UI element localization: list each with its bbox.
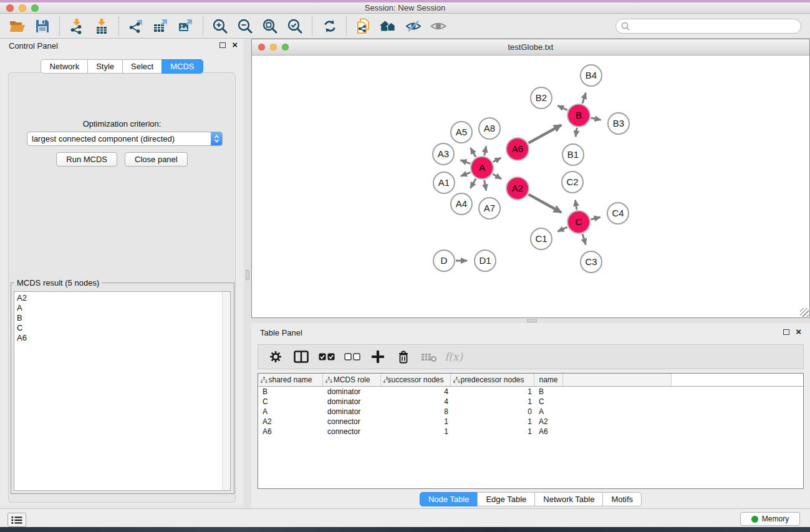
network-window-titlebar[interactable]: testGlobe.txt [252, 39, 809, 56]
optimization-criterion-dropdown[interactable]: largest connected component (directed) [27, 132, 223, 146]
export-table-button[interactable] [148, 15, 173, 37]
table-row-a6[interactable]: A6connector11A6 [258, 427, 803, 437]
zoom-selected-button[interactable] [282, 15, 307, 37]
edge-C-C4[interactable] [591, 217, 600, 219]
edge-A-A5[interactable] [471, 148, 476, 157]
function-builder-button[interactable]: f(x) [445, 347, 463, 367]
edge-B-B3[interactable] [591, 118, 601, 120]
run-mcds-button[interactable]: Run MCDS [56, 152, 117, 167]
graph-node-A[interactable]: A [470, 156, 494, 180]
graph-node-B1[interactable]: B1 [562, 143, 584, 166]
tab-mcds[interactable]: MCDS [162, 59, 203, 74]
horizontal-splitter[interactable] [251, 318, 810, 323]
tab-node-table[interactable]: Node Table [420, 492, 478, 506]
table-settings-button[interactable] [266, 347, 286, 367]
edge-A-A1[interactable] [461, 172, 470, 176]
column-header-name[interactable]: name [534, 374, 563, 386]
search-input[interactable] [633, 22, 796, 31]
table-row-b[interactable]: Bdominator41B [258, 387, 803, 397]
mcds-result-item-b[interactable]: B [14, 313, 230, 323]
tab-style[interactable]: Style [87, 59, 123, 74]
tab-motifs[interactable]: Motifs [602, 492, 642, 506]
float-panel-icon[interactable] [783, 329, 789, 335]
refresh-network-button[interactable] [317, 15, 342, 37]
tab-network[interactable]: Network [41, 59, 88, 74]
tab-edge-table[interactable]: Edge Table [477, 492, 535, 506]
graph-node-B2[interactable]: B2 [530, 87, 552, 109]
edge-A-A6[interactable] [493, 158, 501, 162]
table-row-a[interactable]: Adominator80A [258, 407, 803, 417]
network-canvas[interactable]: B4B2BB3A8A5A6A3B1AC2A1A2A4A7C4CC1C3DD1 [252, 56, 809, 317]
edge-A2-C[interactable] [529, 195, 561, 213]
graph-node-B[interactable]: B [567, 104, 591, 127]
graph-node-C2[interactable]: C2 [561, 171, 584, 193]
show-column-button[interactable] [291, 347, 311, 367]
edge-C-C2[interactable] [575, 200, 576, 210]
save-session-button[interactable] [30, 15, 55, 37]
graph-node-A1[interactable]: A1 [433, 172, 455, 194]
graph-node-A5[interactable]: A5 [450, 121, 473, 143]
tab-select[interactable]: Select [122, 59, 162, 74]
close-panel-button[interactable]: Close panel [125, 152, 188, 167]
edge-B-B1[interactable] [576, 128, 577, 137]
import-table-button[interactable] [89, 15, 114, 37]
memory-button[interactable]: Memory [740, 512, 800, 526]
close-panel-icon[interactable]: × [796, 329, 801, 335]
select-all-button[interactable] [317, 347, 337, 367]
graph-node-D1[interactable]: D1 [474, 249, 496, 272]
float-panel-icon[interactable] [219, 42, 226, 48]
graph-node-A2[interactable]: A2 [506, 177, 529, 200]
column-header-successor-nodes[interactable]: successor nodes [381, 374, 451, 386]
app-titlebar[interactable]: Session: New Session [0, 2, 810, 14]
table-row-a2[interactable]: A2connector11A2 [258, 417, 803, 427]
graph-node-A8[interactable]: A8 [478, 117, 501, 140]
edge-A-A8[interactable] [485, 146, 486, 155]
window-resize-grip[interactable] [800, 308, 809, 317]
graph-node-C3[interactable]: C3 [580, 251, 602, 273]
copy-network-button[interactable] [351, 15, 376, 37]
export-image-button[interactable] [173, 15, 198, 37]
vertical-splitter[interactable] [244, 39, 251, 508]
table-row-c[interactable]: Cdominator41C [258, 397, 803, 407]
import-network-button[interactable] [64, 15, 89, 37]
task-history-button[interactable] [7, 513, 26, 527]
close-panel-icon[interactable]: × [232, 42, 238, 48]
edge-A6-B[interactable] [529, 125, 561, 143]
graph-node-B4[interactable]: B4 [580, 64, 602, 87]
graph-node-A3[interactable]: A3 [432, 143, 455, 165]
deselect-all-button[interactable] [342, 347, 362, 367]
home-button[interactable] [376, 15, 401, 37]
show-panels-button[interactable] [426, 15, 451, 37]
edge-C-C3[interactable] [582, 234, 586, 244]
column-header-shared-name[interactable]: shared name [258, 374, 323, 386]
mcds-result-item-a6[interactable]: A6 [14, 333, 230, 343]
graph-node-A4[interactable]: A4 [450, 193, 473, 215]
open-session-button[interactable] [5, 15, 30, 37]
add-row-button[interactable] [368, 347, 388, 367]
mcds-result-item-a[interactable]: A [14, 303, 230, 313]
delete-row-button[interactable] [393, 347, 413, 367]
splitter-handle[interactable] [527, 319, 537, 322]
mcds-result-item-a2[interactable]: A2 [14, 292, 230, 303]
scrollbar-track[interactable] [222, 292, 230, 490]
edge-A-A4[interactable] [470, 178, 476, 188]
zoom-in-button[interactable] [208, 15, 233, 37]
graph-node-C1[interactable]: C1 [530, 228, 552, 250]
graph-node-D[interactable]: D [433, 249, 455, 272]
graph-node-B3[interactable]: B3 [607, 112, 630, 135]
graph-node-C4[interactable]: C4 [607, 202, 629, 225]
edge-B-B4[interactable] [582, 93, 586, 104]
edge-C-C1[interactable] [557, 227, 567, 231]
zoom-fit-button[interactable] [258, 15, 282, 37]
column-header-MCDS-role[interactable]: MCDS role [323, 374, 381, 386]
edge-B-B2[interactable] [557, 105, 567, 110]
edge-A-A2[interactable] [493, 174, 501, 179]
column-header-predecessor-nodes[interactable]: predecessor nodes [451, 374, 534, 386]
export-network-button[interactable] [123, 15, 148, 37]
graph-node-A7[interactable]: A7 [478, 197, 501, 220]
splitter-handle[interactable] [246, 270, 249, 280]
search-field[interactable] [615, 19, 801, 34]
tab-network-table[interactable]: Network Table [534, 492, 603, 506]
hide-panels-button[interactable] [401, 15, 426, 37]
edge-A-A7[interactable] [485, 180, 486, 191]
